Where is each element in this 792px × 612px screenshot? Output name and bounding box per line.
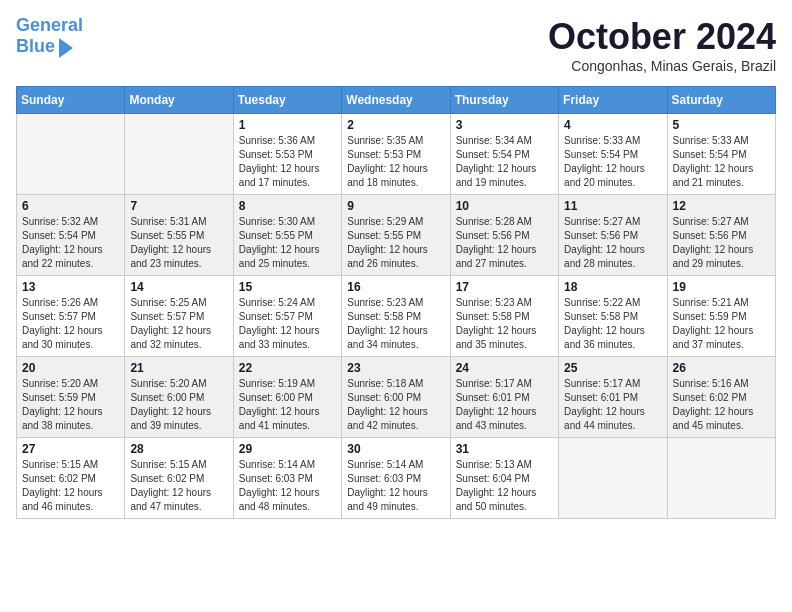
day-number: 15 xyxy=(239,280,336,294)
day-number: 3 xyxy=(456,118,553,132)
calendar-cell: 2Sunrise: 5:35 AMSunset: 5:53 PMDaylight… xyxy=(342,114,450,195)
day-info: Sunrise: 5:30 AMSunset: 5:55 PMDaylight:… xyxy=(239,215,336,271)
calendar-cell: 18Sunrise: 5:22 AMSunset: 5:58 PMDayligh… xyxy=(559,276,667,357)
calendar-cell: 29Sunrise: 5:14 AMSunset: 6:03 PMDayligh… xyxy=(233,438,341,519)
day-number: 4 xyxy=(564,118,661,132)
day-number: 12 xyxy=(673,199,770,213)
calendar-cell: 6Sunrise: 5:32 AMSunset: 5:54 PMDaylight… xyxy=(17,195,125,276)
calendar-cell xyxy=(17,114,125,195)
weekday-header: Saturday xyxy=(667,87,775,114)
weekday-header: Wednesday xyxy=(342,87,450,114)
calendar-cell: 11Sunrise: 5:27 AMSunset: 5:56 PMDayligh… xyxy=(559,195,667,276)
day-number: 21 xyxy=(130,361,227,375)
calendar-cell: 1Sunrise: 5:36 AMSunset: 5:53 PMDaylight… xyxy=(233,114,341,195)
calendar-cell: 24Sunrise: 5:17 AMSunset: 6:01 PMDayligh… xyxy=(450,357,558,438)
day-number: 2 xyxy=(347,118,444,132)
calendar-cell: 14Sunrise: 5:25 AMSunset: 5:57 PMDayligh… xyxy=(125,276,233,357)
day-info: Sunrise: 5:21 AMSunset: 5:59 PMDaylight:… xyxy=(673,296,770,352)
location-subtitle: Congonhas, Minas Gerais, Brazil xyxy=(548,58,776,74)
day-number: 24 xyxy=(456,361,553,375)
day-info: Sunrise: 5:24 AMSunset: 5:57 PMDaylight:… xyxy=(239,296,336,352)
calendar-cell: 10Sunrise: 5:28 AMSunset: 5:56 PMDayligh… xyxy=(450,195,558,276)
day-info: Sunrise: 5:32 AMSunset: 5:54 PMDaylight:… xyxy=(22,215,119,271)
day-number: 11 xyxy=(564,199,661,213)
day-number: 1 xyxy=(239,118,336,132)
day-info: Sunrise: 5:29 AMSunset: 5:55 PMDaylight:… xyxy=(347,215,444,271)
day-info: Sunrise: 5:25 AMSunset: 5:57 PMDaylight:… xyxy=(130,296,227,352)
weekday-header: Thursday xyxy=(450,87,558,114)
day-info: Sunrise: 5:33 AMSunset: 5:54 PMDaylight:… xyxy=(673,134,770,190)
day-info: Sunrise: 5:15 AMSunset: 6:02 PMDaylight:… xyxy=(130,458,227,514)
weekday-header: Tuesday xyxy=(233,87,341,114)
day-info: Sunrise: 5:22 AMSunset: 5:58 PMDaylight:… xyxy=(564,296,661,352)
day-info: Sunrise: 5:33 AMSunset: 5:54 PMDaylight:… xyxy=(564,134,661,190)
calendar-cell: 7Sunrise: 5:31 AMSunset: 5:55 PMDaylight… xyxy=(125,195,233,276)
day-number: 26 xyxy=(673,361,770,375)
day-number: 10 xyxy=(456,199,553,213)
day-number: 22 xyxy=(239,361,336,375)
calendar-cell: 22Sunrise: 5:19 AMSunset: 6:00 PMDayligh… xyxy=(233,357,341,438)
day-info: Sunrise: 5:15 AMSunset: 6:02 PMDaylight:… xyxy=(22,458,119,514)
day-info: Sunrise: 5:35 AMSunset: 5:53 PMDaylight:… xyxy=(347,134,444,190)
month-title: October 2024 xyxy=(548,16,776,58)
logo: General Blue xyxy=(16,16,83,58)
day-number: 19 xyxy=(673,280,770,294)
calendar-cell: 27Sunrise: 5:15 AMSunset: 6:02 PMDayligh… xyxy=(17,438,125,519)
day-info: Sunrise: 5:27 AMSunset: 5:56 PMDaylight:… xyxy=(564,215,661,271)
title-block: October 2024 Congonhas, Minas Gerais, Br… xyxy=(548,16,776,74)
day-number: 14 xyxy=(130,280,227,294)
day-info: Sunrise: 5:27 AMSunset: 5:56 PMDaylight:… xyxy=(673,215,770,271)
calendar-cell xyxy=(559,438,667,519)
day-info: Sunrise: 5:34 AMSunset: 5:54 PMDaylight:… xyxy=(456,134,553,190)
day-number: 25 xyxy=(564,361,661,375)
day-number: 28 xyxy=(130,442,227,456)
calendar-cell: 16Sunrise: 5:23 AMSunset: 5:58 PMDayligh… xyxy=(342,276,450,357)
day-number: 6 xyxy=(22,199,119,213)
day-info: Sunrise: 5:14 AMSunset: 6:03 PMDaylight:… xyxy=(347,458,444,514)
day-info: Sunrise: 5:23 AMSunset: 5:58 PMDaylight:… xyxy=(347,296,444,352)
calendar-cell: 19Sunrise: 5:21 AMSunset: 5:59 PMDayligh… xyxy=(667,276,775,357)
day-info: Sunrise: 5:36 AMSunset: 5:53 PMDaylight:… xyxy=(239,134,336,190)
day-info: Sunrise: 5:18 AMSunset: 6:00 PMDaylight:… xyxy=(347,377,444,433)
calendar-cell: 15Sunrise: 5:24 AMSunset: 5:57 PMDayligh… xyxy=(233,276,341,357)
calendar-cell: 31Sunrise: 5:13 AMSunset: 6:04 PMDayligh… xyxy=(450,438,558,519)
day-info: Sunrise: 5:28 AMSunset: 5:56 PMDaylight:… xyxy=(456,215,553,271)
weekday-header: Monday xyxy=(125,87,233,114)
calendar-cell: 13Sunrise: 5:26 AMSunset: 5:57 PMDayligh… xyxy=(17,276,125,357)
calendar-cell: 20Sunrise: 5:20 AMSunset: 5:59 PMDayligh… xyxy=(17,357,125,438)
calendar-week-row: 27Sunrise: 5:15 AMSunset: 6:02 PMDayligh… xyxy=(17,438,776,519)
day-number: 31 xyxy=(456,442,553,456)
calendar-cell xyxy=(125,114,233,195)
calendar-cell: 25Sunrise: 5:17 AMSunset: 6:01 PMDayligh… xyxy=(559,357,667,438)
day-number: 29 xyxy=(239,442,336,456)
day-info: Sunrise: 5:20 AMSunset: 5:59 PMDaylight:… xyxy=(22,377,119,433)
day-number: 23 xyxy=(347,361,444,375)
calendar-week-row: 1Sunrise: 5:36 AMSunset: 5:53 PMDaylight… xyxy=(17,114,776,195)
day-number: 16 xyxy=(347,280,444,294)
calendar-table: SundayMondayTuesdayWednesdayThursdayFrid… xyxy=(16,86,776,519)
calendar-cell xyxy=(667,438,775,519)
logo-general: General xyxy=(16,15,83,35)
day-info: Sunrise: 5:19 AMSunset: 6:00 PMDaylight:… xyxy=(239,377,336,433)
calendar-cell: 30Sunrise: 5:14 AMSunset: 6:03 PMDayligh… xyxy=(342,438,450,519)
day-number: 5 xyxy=(673,118,770,132)
calendar-cell: 21Sunrise: 5:20 AMSunset: 6:00 PMDayligh… xyxy=(125,357,233,438)
day-info: Sunrise: 5:31 AMSunset: 5:55 PMDaylight:… xyxy=(130,215,227,271)
calendar-week-row: 6Sunrise: 5:32 AMSunset: 5:54 PMDaylight… xyxy=(17,195,776,276)
calendar-cell: 23Sunrise: 5:18 AMSunset: 6:00 PMDayligh… xyxy=(342,357,450,438)
weekday-header: Sunday xyxy=(17,87,125,114)
logo-text: General Blue xyxy=(16,16,83,58)
day-number: 9 xyxy=(347,199,444,213)
calendar-cell: 12Sunrise: 5:27 AMSunset: 5:56 PMDayligh… xyxy=(667,195,775,276)
logo-blue: Blue xyxy=(16,37,55,57)
calendar-cell: 26Sunrise: 5:16 AMSunset: 6:02 PMDayligh… xyxy=(667,357,775,438)
calendar-cell: 3Sunrise: 5:34 AMSunset: 5:54 PMDaylight… xyxy=(450,114,558,195)
day-info: Sunrise: 5:17 AMSunset: 6:01 PMDaylight:… xyxy=(456,377,553,433)
weekday-header: Friday xyxy=(559,87,667,114)
page-header: General Blue October 2024 Congonhas, Min… xyxy=(16,16,776,74)
calendar-cell: 4Sunrise: 5:33 AMSunset: 5:54 PMDaylight… xyxy=(559,114,667,195)
day-info: Sunrise: 5:16 AMSunset: 6:02 PMDaylight:… xyxy=(673,377,770,433)
day-number: 20 xyxy=(22,361,119,375)
day-number: 13 xyxy=(22,280,119,294)
calendar-cell: 17Sunrise: 5:23 AMSunset: 5:58 PMDayligh… xyxy=(450,276,558,357)
